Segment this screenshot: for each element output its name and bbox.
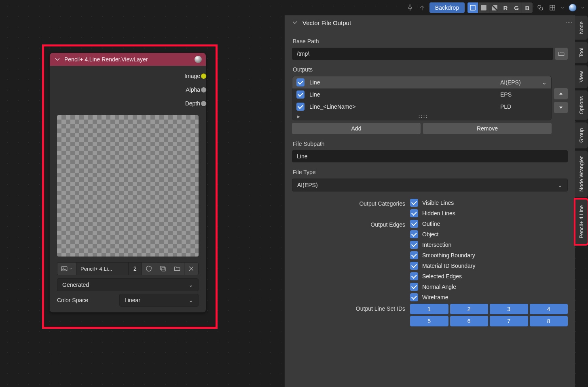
node-header[interactable]: Pencil+ 4.Line Render.ViewLayer	[50, 53, 206, 66]
side-tab[interactable]: Pencil+ 4 Line	[575, 199, 588, 244]
output-type-chevron-icon[interactable]: ⌄	[541, 79, 547, 86]
output-edge-checkbox[interactable]	[410, 283, 418, 291]
output-edge-label: Normal Angle	[422, 284, 456, 290]
output-edge-checkbox[interactable]	[410, 241, 418, 249]
lineset-id-button[interactable]: 4	[530, 304, 568, 314]
channel-green[interactable]: G	[511, 2, 522, 13]
chevron-down-icon: ⌄	[558, 182, 563, 188]
svg-point-5	[540, 7, 543, 11]
side-tab[interactable]: Group	[575, 122, 588, 149]
parent-node-icon[interactable]	[417, 3, 427, 13]
side-tab[interactable]: View	[575, 65, 588, 88]
fake-user-icon[interactable]	[142, 263, 156, 275]
grip-dots-icon: ∷∷	[300, 113, 546, 120]
svg-rect-1	[471, 6, 475, 10]
lineset-id-button[interactable]: 3	[490, 304, 528, 314]
lineset-id-button[interactable]: 7	[490, 316, 528, 326]
lineset-id-button[interactable]: 6	[450, 316, 489, 326]
pin-icon[interactable]	[405, 3, 415, 13]
output-socket-icon[interactable]	[201, 87, 207, 93]
image-users-count[interactable]: 2	[129, 263, 142, 275]
output-category-item: Hidden Lines	[410, 209, 568, 217]
lineset-id-button[interactable]: 5	[410, 316, 448, 326]
lineset-id-button[interactable]: 8	[530, 316, 568, 326]
output-edge-label: Outline	[422, 221, 440, 227]
output-edge-item: Smoothing Boundary	[410, 251, 568, 259]
image-datablock-row: Pencil+ 4.Li... 2	[57, 262, 199, 275]
shading-chevron-down-icon[interactable]	[580, 3, 586, 13]
image-source-value: Generated	[62, 282, 89, 288]
lineset-id-button[interactable]: 1	[410, 304, 448, 314]
output-edge-checkbox[interactable]	[410, 230, 418, 238]
image-name-field[interactable]: Pencil+ 4.Li...	[76, 263, 129, 275]
file-type-value: AI(EPS)	[297, 182, 318, 188]
output-edge-item: Normal Angle	[410, 283, 568, 291]
editor-header: Backdrop R G B	[0, 0, 588, 15]
output-edge-checkbox[interactable]	[410, 251, 418, 259]
render-node[interactable]: Pencil+ 4.Line Render.ViewLayer Image Al…	[49, 53, 206, 313]
output-list-row[interactable]: LineAI(EPS)⌄	[292, 76, 551, 88]
move-down-button[interactable]	[554, 102, 568, 113]
output-edge-checkbox[interactable]	[410, 262, 418, 270]
side-tab[interactable]: Tool	[575, 42, 588, 63]
output-socket-icon[interactable]	[201, 73, 207, 79]
output-category-checkbox[interactable]	[410, 209, 418, 217]
output-edge-item: Outline	[410, 220, 568, 228]
side-tabs: NodeToolViewOptionsGroupNode WranglerPen…	[575, 15, 588, 387]
file-type-select[interactable]: AI(EPS) ⌄	[292, 179, 568, 191]
side-tab[interactable]: Node Wrangler	[575, 150, 588, 198]
output-name: Line_<LineName>	[309, 103, 495, 110]
browse-folder-button[interactable]	[555, 48, 568, 60]
list-expand-row[interactable]: ▸∷∷	[292, 113, 551, 120]
output-socket-icon[interactable]	[201, 101, 207, 107]
panel-grip-icon[interactable]: ∷∷	[566, 21, 573, 25]
panel-header[interactable]: Vector File Output	[285, 15, 575, 30]
output-list-row[interactable]: Line_<LineName>PLD	[292, 101, 551, 113]
output-name: Line	[309, 91, 495, 98]
chevron-down-icon	[291, 19, 298, 26]
output-label: Alpha	[186, 86, 200, 93]
svg-point-4	[538, 5, 541, 8]
output-category-label: Hidden Lines	[422, 210, 455, 217]
node-outputs: Image Alpha Depth	[50, 66, 206, 114]
channel-color-combined[interactable]	[467, 2, 478, 13]
output-enabled-checkbox[interactable]	[296, 103, 305, 111]
color-space-select[interactable]: Linear ⌄	[119, 294, 199, 307]
open-file-icon[interactable]	[170, 263, 184, 275]
base-path-field[interactable]: /tmp\	[292, 48, 553, 60]
shading-ball-icon[interactable]	[568, 3, 577, 13]
image-type-dropdown[interactable]	[57, 263, 76, 275]
side-tab[interactable]: Options	[575, 90, 588, 120]
remove-output-button[interactable]: Remove	[423, 123, 552, 134]
output-edge-checkbox[interactable]	[410, 272, 418, 280]
output-category-label: Visible Lines	[422, 200, 454, 206]
channel-color[interactable]	[478, 2, 489, 13]
add-output-button[interactable]: Add	[292, 123, 421, 134]
backdrop-button[interactable]: Backdrop	[429, 2, 465, 13]
output-categories-label: Output Categories	[292, 199, 405, 207]
output-edge-label: Wireframe	[422, 294, 448, 301]
channel-blue[interactable]: B	[522, 2, 533, 13]
image-source-select[interactable]: Generated ⌄	[57, 278, 199, 290]
display-options-icon[interactable]	[535, 3, 545, 13]
channel-red[interactable]: R	[500, 2, 511, 13]
snap-icon[interactable]	[548, 3, 557, 13]
output-enabled-checkbox[interactable]	[296, 78, 305, 86]
unlink-icon[interactable]	[184, 263, 198, 275]
output-edge-label: Material ID Boundary	[422, 263, 476, 269]
material-preview-icon	[195, 56, 202, 63]
duplicate-icon[interactable]	[156, 263, 170, 275]
file-subpath-field[interactable]: Line	[292, 150, 568, 162]
panel-title: Vector File Output	[302, 19, 351, 26]
output-edge-checkbox[interactable]	[410, 293, 418, 301]
output-list-row[interactable]: LineEPS	[292, 88, 551, 101]
output-enabled-checkbox[interactable]	[296, 90, 305, 99]
channel-alpha[interactable]	[489, 2, 500, 13]
lineset-id-button[interactable]: 2	[450, 304, 489, 314]
move-up-button[interactable]	[554, 88, 568, 99]
output-category-checkbox[interactable]	[410, 199, 418, 207]
output-edge-checkbox[interactable]	[410, 220, 418, 228]
snap-chevron-down-icon[interactable]	[560, 3, 565, 13]
side-tab[interactable]: Node	[575, 15, 588, 40]
channel-selector: R G B	[467, 2, 533, 13]
